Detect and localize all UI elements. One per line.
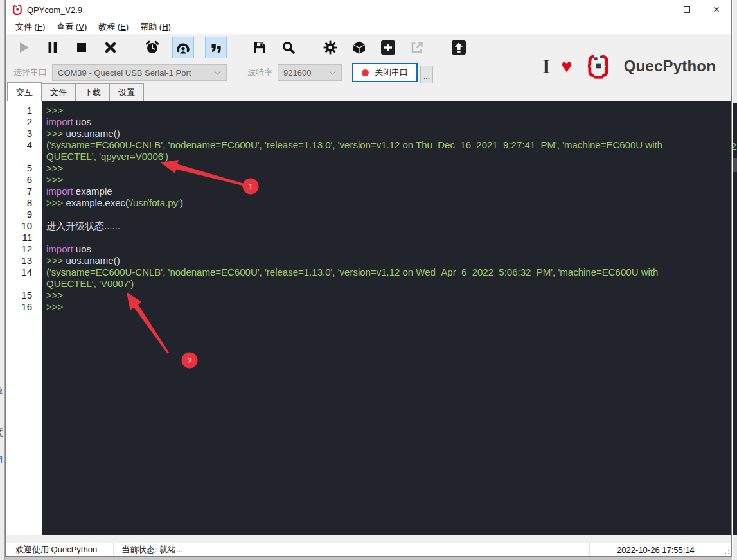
upload-icon — [451, 40, 466, 55]
menu-item-v[interactable]: 查看 (V) — [51, 20, 93, 34]
line-number: 4 — [6, 139, 42, 162]
kill-button[interactable] — [102, 39, 120, 57]
terminal-row: 15>>> — [6, 290, 731, 301]
repl-terminal[interactable]: 1>>>2import uos3>>> uos.uname()4('sysnam… — [6, 101, 731, 313]
save-button[interactable] — [251, 39, 269, 57]
port-select[interactable]: COM39 - Quectel USB Serial-1 Port — [52, 64, 227, 81]
minimize-button[interactable] — [643, 0, 672, 19]
close-port-button[interactable]: 关闭串口 — [352, 63, 418, 82]
tab-strip: 交互文件下载设置 — [6, 85, 731, 101]
line-number: 3 — [6, 128, 42, 139]
menu-item-h[interactable]: 帮助 (H) — [134, 20, 177, 34]
run-icon — [16, 40, 31, 55]
add-button[interactable] — [379, 39, 397, 57]
terminal-line: import uos — [42, 243, 731, 255]
timer-button[interactable] — [143, 39, 161, 57]
line-number: 16 — [6, 301, 42, 313]
connection-row: 选择串口 COM39 - Quectel USB Serial-1 Port 波… — [6, 60, 731, 85]
line-number: 13 — [6, 255, 42, 267]
terminal-line: >>> uos.uname() — [42, 255, 731, 267]
run-button — [15, 39, 33, 57]
search-button[interactable] — [280, 39, 297, 57]
listen-icon — [175, 40, 191, 55]
maximize-button[interactable] — [672, 0, 702, 19]
status-welcome: 欢迎使用 QuecPython — [6, 543, 114, 556]
menu-item-e[interactable]: 教程 (E) — [93, 20, 134, 34]
tab-1[interactable]: 交互 — [7, 82, 42, 101]
add-icon — [380, 40, 396, 55]
line-number: 15 — [6, 290, 42, 301]
brand-block: I ♥ QuecPython — [542, 49, 716, 83]
terminal-line — [42, 232, 731, 243]
listen-button[interactable] — [172, 37, 194, 58]
package-button[interactable] — [350, 39, 368, 57]
terminal-line: import example — [42, 186, 731, 197]
save-icon — [252, 40, 267, 55]
line-number: 8 — [6, 197, 42, 209]
terminal-row: 9 — [6, 209, 731, 220]
settings-button[interactable] — [321, 39, 339, 57]
chevron-down-icon — [330, 69, 336, 75]
export-button — [408, 39, 426, 57]
line-number: 9 — [6, 209, 42, 220]
package-icon — [351, 40, 367, 55]
terminal-row: 16>>> — [6, 301, 731, 313]
status-bar: 欢迎使用 QuecPython 当前状态: 就绪... 2022-10-26 1… — [6, 543, 731, 556]
kill-icon — [103, 40, 118, 55]
terminal-row: 1>>> — [6, 105, 731, 116]
terminal-row: 3>>> uos.uname() — [6, 128, 731, 139]
terminal-line: 进入升级状态...... — [42, 220, 731, 232]
stop-button[interactable] — [73, 39, 91, 57]
close-button[interactable]: × — [702, 0, 731, 19]
qpycom-window: QPYcom_V2.9 × 文件 (F)查看 (V)教程 (E)帮助 (H) 选… — [5, 0, 732, 557]
terminal-panel[interactable]: 1>>>2import uos3>>> uos.uname()4('sysnam… — [6, 101, 731, 535]
background-window-right-sliver: 21 — [732, 0, 737, 560]
resize-grip[interactable] — [722, 543, 731, 556]
port-open-indicator — [362, 69, 369, 76]
terminal-line: >>> — [42, 301, 731, 313]
menu-bar: 文件 (F)查看 (V)教程 (E)帮助 (H) — [6, 19, 731, 35]
tab-4[interactable]: 设置 — [109, 83, 144, 101]
pause-icon — [45, 40, 60, 55]
quote-icon — [208, 40, 224, 55]
stop-icon — [74, 40, 89, 55]
terminal-line: >>> — [42, 174, 731, 186]
line-number: 6 — [6, 174, 42, 186]
upload-button[interactable] — [450, 39, 468, 57]
timer-icon — [145, 40, 160, 55]
more-options-button[interactable]: ... — [420, 66, 433, 83]
baud-label: 波特率 — [247, 67, 272, 78]
background-text-fragment: 度 — [0, 427, 3, 439]
terminal-row: 2import uos — [6, 116, 731, 128]
terminal-line: ('sysname=EC600U-CNLB', 'nodename=EC600U… — [42, 267, 731, 290]
tab-2[interactable]: 文件 — [41, 83, 76, 101]
title-bar[interactable]: QPYcom_V2.9 × — [6, 0, 731, 19]
terminal-line: >>> — [42, 290, 731, 301]
background-text-fragment: 数 — [0, 385, 3, 397]
terminal-row: 5>>> — [6, 162, 731, 174]
status-timestamp: 2022-10-26 17:55:14 — [589, 543, 722, 556]
line-number: 5 — [6, 162, 42, 174]
line-number: 14 — [6, 267, 42, 290]
terminal-line: import uos — [42, 116, 731, 128]
background-text-fragment: 自 — [0, 453, 3, 465]
text-cursor-glyph: I — [542, 57, 550, 76]
app-icon — [12, 4, 23, 15]
terminal-line — [42, 209, 731, 220]
window-title: QPYcom_V2.9 — [27, 5, 82, 15]
menu-item-f[interactable]: 文件 (F) — [10, 20, 51, 34]
pause-button[interactable] — [44, 39, 62, 57]
tab-3[interactable]: 下载 — [75, 83, 110, 101]
close-port-label: 关闭串口 — [375, 67, 408, 78]
quote-button[interactable] — [205, 37, 227, 58]
chevron-down-icon — [215, 69, 221, 75]
line-number: 1 — [6, 105, 42, 116]
baud-select-value: 921600 — [283, 68, 311, 78]
line-number: 2 — [6, 116, 42, 128]
settings-icon — [323, 40, 338, 55]
background-window-left-sliver: 数度自 — [0, 0, 5, 560]
terminal-row: 6>>> — [6, 174, 731, 186]
search-icon — [281, 40, 296, 55]
baud-select[interactable]: 921600 — [278, 64, 342, 81]
terminal-row: 11 — [6, 232, 731, 243]
